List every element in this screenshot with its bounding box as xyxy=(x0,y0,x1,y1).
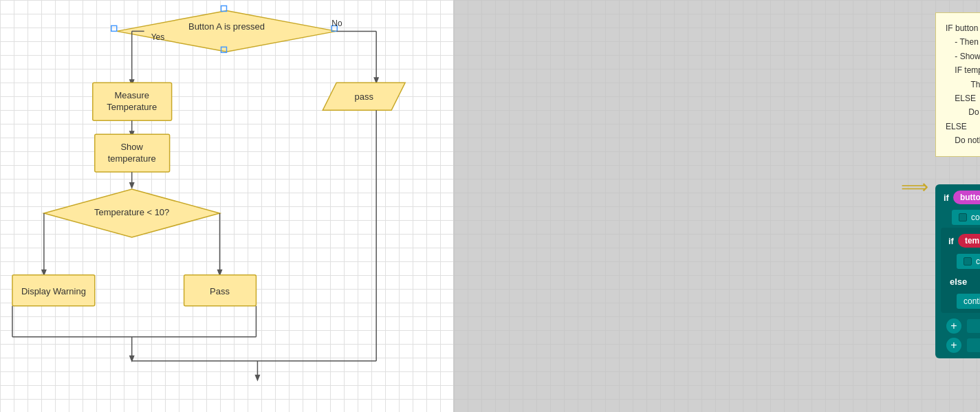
svg-text:pass: pass xyxy=(354,91,373,102)
svg-text:Show: Show xyxy=(120,142,143,152)
svg-text:Button A is pressed: Button A is pressed xyxy=(188,21,265,32)
continue-label-2: continue xyxy=(976,257,980,266)
right-panel: IF button A is pressed - Then Take a tem… xyxy=(454,0,980,412)
continue-label-1: continue xyxy=(971,213,980,222)
if2-row: if temperature ▾ < ▾ 10 then xyxy=(943,230,980,252)
pseudocode-line-1: IF button A is pressed xyxy=(946,21,980,35)
pseudocode-line-2: - Then Take a temperature measurement xyxy=(946,35,980,49)
pseudocode-line-9: Do nothing xyxy=(946,133,980,147)
else-row: else − xyxy=(943,271,980,292)
checkbox-2[interactable] xyxy=(963,257,972,265)
pseudocode-line-5: Then warn user of low temperature xyxy=(946,78,980,91)
pseudocode-line-4: IF temperature is less than 10 degree xyxy=(946,63,980,77)
flowchart-panel: Button A is pressed Yes No Measure Tempe… xyxy=(0,0,454,412)
svg-text:Temperature: Temperature xyxy=(107,102,157,112)
inner-if-block: if temperature ▾ < ▾ 10 then continue el… xyxy=(941,228,980,313)
add-block-1 xyxy=(967,319,980,333)
if-keyword: if xyxy=(944,193,949,203)
svg-rect-2 xyxy=(111,25,117,31)
plus-button-1[interactable]: + xyxy=(946,318,961,334)
code-panel: if button A ▾ is pressed then continue i… xyxy=(935,184,980,358)
temperature-pill[interactable]: temperature ▾ xyxy=(958,234,980,248)
pseudocode-line-7: Do nothing xyxy=(946,105,980,119)
checkbox-1[interactable] xyxy=(959,213,967,221)
arrow-symbol: ⟹ xyxy=(901,175,928,198)
add-row-2: + xyxy=(941,336,980,354)
flowchart-svg: Button A is pressed Yes No Measure Tempe… xyxy=(0,0,453,412)
pseudocode-line-6: ELSE xyxy=(946,91,980,105)
add-row-1: + xyxy=(941,317,980,335)
continue-block-3: continue xyxy=(957,294,980,309)
svg-text:Temperature < 10?: Temperature < 10? xyxy=(94,207,169,217)
svg-text:Pass: Pass xyxy=(210,286,230,296)
svg-marker-21 xyxy=(129,182,135,189)
continue-block-2: continue xyxy=(957,254,980,269)
pseudocode-line-3: - Show the temperature xyxy=(946,50,980,63)
svg-text:Display Warning: Display Warning xyxy=(21,286,86,296)
outer-if-block: if button A ▾ is pressed then continue i… xyxy=(935,184,980,358)
continue-label-3: continue xyxy=(963,296,980,306)
svg-text:Yes: Yes xyxy=(151,32,165,42)
svg-text:Measure: Measure xyxy=(114,90,149,100)
svg-marker-45 xyxy=(254,375,260,382)
else-keyword: else xyxy=(950,277,967,287)
plus-button-2[interactable]: + xyxy=(946,338,961,353)
add-block-2 xyxy=(967,338,980,352)
plus-buttons-area: + + xyxy=(938,316,980,356)
pseudocode-line-8: ELSE xyxy=(946,120,980,133)
svg-text:No: No xyxy=(331,19,342,28)
if2-keyword: if xyxy=(948,236,954,246)
svg-text:temperature: temperature xyxy=(108,153,156,164)
continue-block-1: continue xyxy=(952,210,980,225)
button-pill[interactable]: button xyxy=(953,191,980,204)
if-row: if button A ▾ is pressed then xyxy=(938,187,980,208)
pseudocode-note: IF button A is pressed - Then Take a tem… xyxy=(935,12,980,157)
